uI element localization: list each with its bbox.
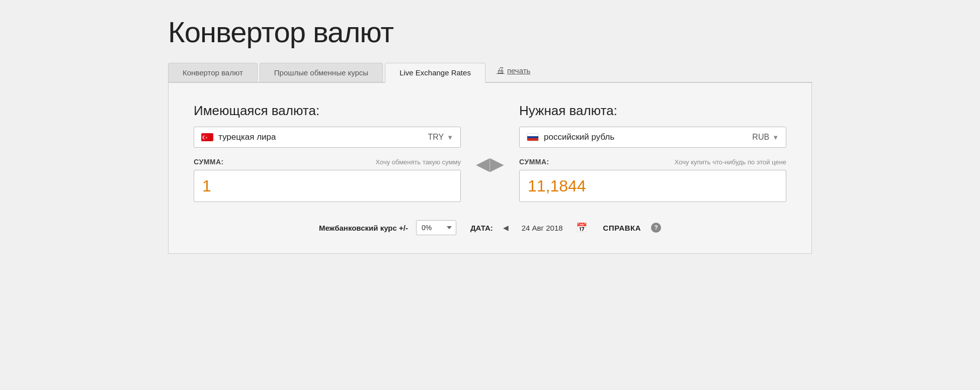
from-amount-input[interactable]: 1 — [194, 170, 461, 202]
to-currency-dropdown-arrow: ▼ — [772, 134, 779, 141]
from-currency-section: Имеющаяся валюта: турецкая лира TRY ▼ СУ… — [194, 103, 461, 202]
print-icon: 🖨 — [497, 66, 505, 75]
to-amount-input[interactable]: 11,1844 — [519, 170, 786, 202]
to-amount-row: СУММА: Хочу купить что-нибудь по этой це… — [519, 158, 786, 202]
to-currency-section: Нужная валюта: российский рубль RUB ▼ СУ… — [519, 103, 786, 202]
from-currency-selector[interactable]: турецкая лира TRY ▼ — [194, 127, 461, 148]
date-prev-button[interactable]: ◀ — [501, 223, 511, 233]
to-section-label: Нужная валюта: — [519, 103, 786, 119]
interbank-select[interactable]: 0% 1% 2% 3% 4% 5% — [416, 220, 456, 235]
page-title: Конвертор валют — [168, 15, 812, 49]
to-currency-selector[interactable]: российский рубль RUB ▼ — [519, 127, 786, 148]
help-icon[interactable]: ? — [651, 223, 661, 233]
tab-historical[interactable]: Прошлые обменные курсы — [260, 63, 383, 82]
date-label: ДАТА: — [470, 224, 493, 232]
to-currency-code: RUB — [752, 133, 769, 142]
to-amount-hint: Хочу купить что-нибудь по этой цене — [675, 158, 786, 166]
swap-icon[interactable]: ◀▶ — [476, 153, 504, 174]
print-label: печать — [507, 66, 530, 75]
to-currency-flag — [527, 133, 539, 141]
print-link[interactable]: 🖨 печать — [497, 63, 530, 82]
from-currency-dropdown-arrow: ▼ — [447, 134, 453, 141]
help-label: СПРАВКА — [603, 224, 641, 232]
to-amount-label: СУММА: — [519, 158, 549, 166]
interbank-label: Межбанковский курс +/- — [319, 224, 408, 232]
bottom-bar: Межбанковский курс +/- 0% 1% 2% 3% 4% 5%… — [194, 220, 786, 235]
from-currency-flag — [201, 133, 213, 141]
from-amount-row: СУММА: Хочу обменять такую сумму 1 — [194, 158, 461, 202]
from-currency-name: турецкая лира — [218, 132, 423, 142]
from-amount-hint: Хочу обменять такую сумму — [375, 158, 461, 166]
calendar-icon[interactable]: 📅 — [576, 222, 587, 233]
tabs-bar: Конвертор валют Прошлые обменные курсы L… — [168, 63, 812, 83]
swap-column: ◀▶ — [461, 153, 519, 174]
converter-row: Имеющаяся валюта: турецкая лира TRY ▼ СУ… — [194, 103, 786, 202]
from-amount-label: СУММА: — [194, 158, 224, 166]
to-currency-name: российский рубль — [544, 132, 747, 142]
tab-live[interactable]: Live Exchange Rates — [385, 63, 485, 83]
from-currency-code: TRY — [428, 133, 444, 142]
main-panel: Имеющаяся валюта: турецкая лира TRY ▼ СУ… — [168, 83, 812, 254]
date-value: 24 Авг 2018 — [522, 224, 563, 232]
tab-converter[interactable]: Конвертор валют — [168, 63, 258, 82]
from-section-label: Имеющаяся валюта: — [194, 103, 461, 119]
